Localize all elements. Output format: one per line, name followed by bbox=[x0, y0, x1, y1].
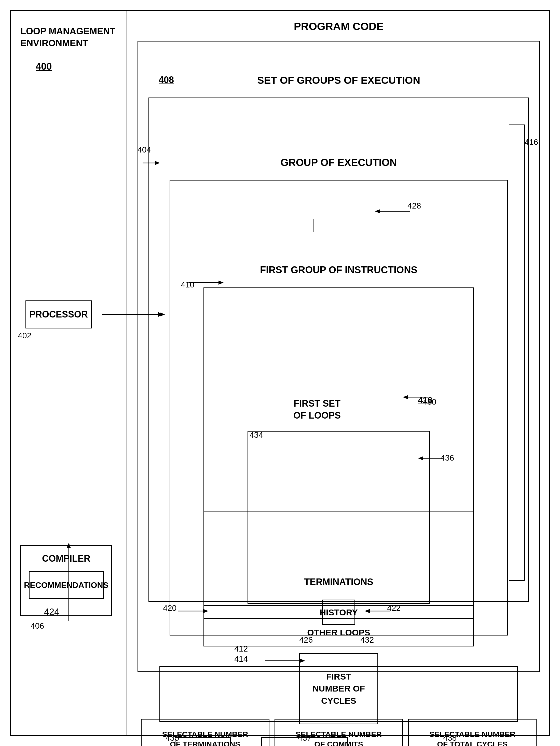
num-404: 404 bbox=[138, 145, 151, 154]
group-execution-box: GROUP OF EXECUTION FIRST GROUP OF INSTRU… bbox=[148, 97, 529, 602]
lme-title: LOOP MANAGEMENT ENVIRONMENT bbox=[20, 25, 127, 49]
num-434: 434 bbox=[250, 430, 263, 440]
recommendations-label: RECOMMENDATIONS bbox=[24, 580, 109, 590]
num-410: 410 bbox=[181, 280, 194, 289]
other-loops-label: OTHER LOOPS bbox=[307, 628, 370, 637]
compiler-box: COMPILER RECOMMENDATIONS 424 bbox=[20, 545, 112, 616]
bottom-boxes-container: SELECTABLE NUMBEROF TERMINATIONS SELECTA… bbox=[138, 719, 539, 746]
processor-box: PROCESSOR bbox=[25, 300, 92, 328]
selectable-cycles-box: SELECTABLE NUMBEROF TOTAL CYCLES bbox=[408, 719, 537, 746]
num-412: 412 bbox=[234, 644, 248, 654]
processor-number: 402 bbox=[18, 331, 31, 340]
program-code-title: PROGRAM CODE bbox=[127, 20, 550, 33]
num-438: 438 bbox=[443, 733, 457, 743]
commits-box: COMMITS SECONDNUMBEROF CYCLES bbox=[203, 512, 474, 606]
other-loops-box: OTHER LOOPS bbox=[203, 619, 474, 647]
num-416: 416 bbox=[525, 138, 538, 147]
set-groups-label: SET OF GROUPS OF EXECUTION bbox=[138, 75, 539, 86]
num-436: 436 bbox=[441, 453, 454, 463]
compiler-label: COMPILER bbox=[21, 553, 111, 564]
first-group-instructions-box: FIRST GROUP OF INSTRUCTIONS FIRST SETOF … bbox=[170, 180, 508, 635]
selectable-terminations-box: SELECTABLE NUMBEROF TERMINATIONS bbox=[141, 719, 270, 746]
lme-number: 400 bbox=[36, 61, 52, 72]
set-groups-box: 408 SET OF GROUPS OF EXECUTION GROUP OF … bbox=[138, 41, 540, 672]
processor-label: PROCESSOR bbox=[29, 309, 88, 320]
right-panel: PROGRAM CODE 408 SET OF GROUPS OF EXECUT… bbox=[127, 10, 550, 736]
num-437: 437 bbox=[298, 733, 311, 743]
diagram-container: LOOP MANAGEMENT ENVIRONMENT 400 PROCESSO… bbox=[10, 10, 550, 736]
recommendations-box: RECOMMENDATIONS bbox=[29, 571, 104, 599]
left-panel: LOOP MANAGEMENT ENVIRONMENT 400 PROCESSO… bbox=[10, 10, 127, 736]
compiler-number: 424 bbox=[44, 607, 59, 618]
first-group-instructions-label: FIRST GROUP OF INSTRUCTIONS bbox=[170, 264, 507, 276]
num-422: 422 bbox=[387, 603, 400, 613]
num-430: 430 bbox=[423, 397, 436, 407]
num-428: 428 bbox=[408, 201, 421, 210]
first-set-loops-label: FIRST SETOF LOOPS bbox=[293, 398, 341, 422]
second-group-instructions-box: SECOND GROUP OF INSTRUCTIONS SECOND SET … bbox=[160, 666, 518, 722]
compiler-arrow-number: 406 bbox=[31, 621, 44, 631]
num-414: 414 bbox=[234, 654, 248, 664]
group-execution-label: GROUP OF EXECUTION bbox=[149, 157, 528, 168]
num-420: 420 bbox=[163, 603, 176, 613]
history-label: HISTORY bbox=[319, 607, 358, 618]
num-435: 435 bbox=[166, 733, 179, 743]
selectable-commits-box: SELECTABLE NUMBEROF COMMITS bbox=[275, 719, 403, 746]
